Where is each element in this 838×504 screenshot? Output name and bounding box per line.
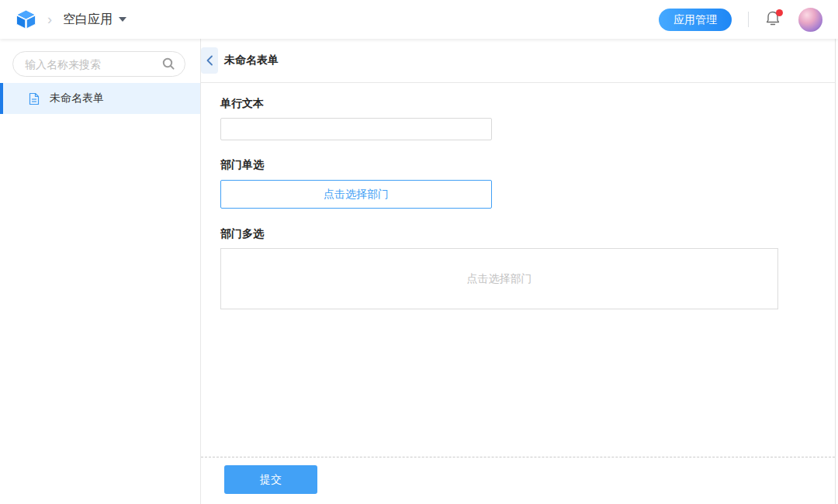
app-title: 空白应用 [63,12,113,28]
content: 未命名表单 未命名表单 单行文本 部门单选 点击选择部门 部门多选 [0,39,838,504]
back-button[interactable] [201,47,218,74]
form-body: 单行文本 部门单选 点击选择部门 部门多选 点击选择部门 提交 [201,83,835,504]
notification-bell-icon[interactable] [765,10,782,29]
dept-multi-placeholder: 点击选择部门 [467,272,532,286]
main-panel: 未命名表单 单行文本 部门单选 点击选择部门 部门多选 点击选择部门 提交 [201,39,836,504]
form-header: 未命名表单 [201,39,835,83]
search-icon[interactable] [161,57,176,74]
form-document-icon [28,92,40,105]
sidebar: 未命名表单 [0,39,201,504]
field-label-dept-single: 部门单选 [220,158,835,172]
sidebar-item-form[interactable]: 未命名表单 [0,83,200,114]
chevron-left-icon [206,55,213,66]
dept-multi-select-area[interactable]: 点击选择部门 [220,248,778,309]
app-manage-button[interactable]: 应用管理 [659,9,732,31]
topbar: › 空白应用 应用管理 [0,0,838,39]
user-avatar[interactable] [798,8,822,32]
topbar-right: 应用管理 [659,8,822,32]
sidebar-item-label: 未命名表单 [50,91,104,105]
chevron-down-icon [119,17,126,22]
field-label-single-line-text: 单行文本 [220,97,835,111]
submit-button[interactable]: 提交 [224,465,317,494]
dept-single-select-button[interactable]: 点击选择部门 [220,180,492,209]
breadcrumb-separator: › [47,12,52,26]
search-input[interactable] [12,51,185,77]
app-title-dropdown[interactable]: 空白应用 [63,12,126,28]
form-title: 未命名表单 [224,54,279,67]
topbar-divider [748,12,749,27]
single-line-text-input[interactable] [220,118,492,140]
sidebar-search [12,51,185,77]
notification-dot [776,9,783,16]
field-label-dept-multi: 部门多选 [220,227,835,241]
app-root: › 空白应用 应用管理 [0,0,838,504]
form-footer: 提交 [201,457,835,504]
app-logo-cube-icon[interactable] [16,9,36,29]
